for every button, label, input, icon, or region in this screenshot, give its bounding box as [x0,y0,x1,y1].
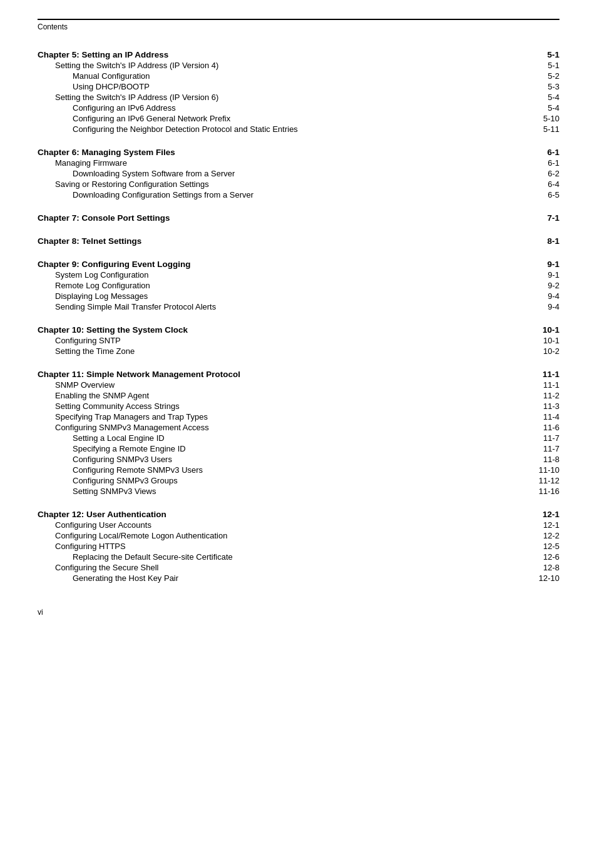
chapter-title-text-3: Chapter 8: Telnet Settings [38,236,522,246]
chapter-title-text-6: Chapter 11: Simple Network Management Pr… [38,370,522,379]
chapter-title-row-5: Chapter 10: Setting the System Clock10-1 [38,325,559,335]
toc-entry-text-0-0: Setting the Switch's IP Address (IP Vers… [38,61,522,70]
toc-entry-5-0: Configuring SNTP10-1 [38,336,559,345]
toc-entry-0-4: Configuring an IPv6 Address5-4 [38,103,559,113]
toc-entry-page-0-2: 5-3 [522,82,559,91]
chapter-title-row-0: Chapter 5: Setting an IP Address5-1 [38,50,559,59]
toc-entry-text-6-3: Specifying Trap Managers and Trap Types [38,412,522,421]
toc-entry-page-6-7: 11-8 [522,455,559,464]
toc-entry-1-3: Downloading Configuration Settings from … [38,190,559,199]
chapter-title-text-2: Chapter 7: Console Port Settings [38,213,522,223]
toc-entry-text-4-2: Displaying Log Messages [38,291,522,301]
toc-entry-text-7-2: Configuring HTTPS [38,542,522,551]
toc-entry-text-1-1: Downloading System Software from a Serve… [38,169,522,178]
toc-entry-page-0-0: 5-1 [522,61,559,70]
toc-entry-text-4-0: System Log Configuration [38,270,522,280]
toc-entry-page-7-0: 12-1 [522,520,559,530]
toc-entry-0-5: Configuring an IPv6 General Network Pref… [38,114,559,123]
toc-entry-page-1-0: 6-1 [522,158,559,168]
toc-entry-7-1: Configuring Local/Remote Logon Authentic… [38,531,559,540]
toc-entry-page-6-1: 11-2 [522,391,559,400]
chapter-title-row-3: Chapter 8: Telnet Settings8-1 [38,236,559,246]
chapter-section-11: Chapter 11: Simple Network Management Pr… [38,370,559,496]
toc-entry-text-6-1: Enabling the SNMP Agent [38,391,522,400]
toc-entry-6-8: Configuring Remote SNMPv3 Users11-10 [38,465,559,475]
toc-entry-text-5-0: Configuring SNTP [38,336,522,345]
chapter-section-6: Chapter 6: Managing System Files6-1Manag… [38,148,559,199]
toc-entry-1-1: Downloading System Software from a Serve… [38,169,559,178]
toc-entry-6-3: Specifying Trap Managers and Trap Types1… [38,412,559,421]
toc-entry-page-0-4: 5-4 [522,103,559,113]
toc-entry-5-1: Setting the Time Zone10-2 [38,346,559,356]
toc-entry-6-7: Configuring SNMPv3 Users11-8 [38,455,559,464]
toc-entry-text-6-4: Configuring SNMPv3 Management Access [38,423,522,432]
toc-entry-6-0: SNMP Overview11-1 [38,380,559,390]
chapter-title-page-6: 11-1 [522,370,559,379]
toc-entry-page-6-2: 11-3 [522,401,559,411]
toc-entry-text-4-3: Sending Simple Mail Transfer Protocol Al… [38,302,522,311]
toc-entry-6-1: Enabling the SNMP Agent11-2 [38,391,559,400]
chapter-title-text-7: Chapter 12: User Authentication [38,510,522,519]
toc-entry-text-0-3: Setting the Switch's IP Address (IP Vers… [38,93,522,102]
chapter-title-row-7: Chapter 12: User Authentication12-1 [38,510,559,519]
chapter-section-10: Chapter 10: Setting the System Clock10-1… [38,325,559,356]
toc-entry-7-4: Configuring the Secure Shell12-8 [38,563,559,572]
toc-entry-4-2: Displaying Log Messages9-4 [38,291,559,301]
toc-entry-1-2: Saving or Restoring Configuration Settin… [38,179,559,189]
toc-entry-text-6-0: SNMP Overview [38,380,522,390]
toc-entry-4-3: Sending Simple Mail Transfer Protocol Al… [38,302,559,311]
toc-entry-0-1: Manual Configuration5-2 [38,71,559,81]
toc-entry-page-6-0: 11-1 [522,380,559,390]
toc-entry-6-10: Setting SNMPv3 Views11-16 [38,487,559,496]
toc-entry-page-6-3: 11-4 [522,412,559,421]
chapter-section-5: Chapter 5: Setting an IP Address5-1Setti… [38,50,559,134]
chapter-title-row-6: Chapter 11: Simple Network Management Pr… [38,370,559,379]
toc-entry-0-0: Setting the Switch's IP Address (IP Vers… [38,61,559,70]
toc-entry-page-7-3: 12-6 [522,552,559,562]
toc-entry-page-6-10: 11-16 [522,487,559,496]
toc-entry-page-7-1: 12-2 [522,531,559,540]
toc-entry-text-6-9: Configuring SNMPv3 Groups [38,476,522,485]
toc-entry-0-6: Configuring the Neighbor Detection Proto… [38,124,559,134]
toc-entry-text-1-2: Saving or Restoring Configuration Settin… [38,179,522,189]
toc-entry-page-6-9: 11-12 [522,476,559,485]
chapter-title-page-2: 7-1 [522,213,559,223]
chapter-section-12: Chapter 12: User Authentication12-1Confi… [38,510,559,583]
toc-entry-text-7-3: Replacing the Default Secure-site Certif… [38,552,522,562]
toc-entry-0-3: Setting the Switch's IP Address (IP Vers… [38,93,559,102]
toc-entry-text-0-2: Using DHCP/BOOTP [38,82,522,91]
toc-entry-text-6-10: Setting SNMPv3 Views [38,487,522,496]
toc-entry-page-7-4: 12-8 [522,563,559,572]
toc-entry-text-0-4: Configuring an IPv6 Address [38,103,522,113]
toc-entry-text-4-1: Remote Log Configuration [38,281,522,290]
toc-entry-text-7-5: Generating the Host Key Pair [38,573,522,583]
toc-entry-page-6-5: 11-7 [522,433,559,443]
chapter-title-row-2: Chapter 7: Console Port Settings7-1 [38,213,559,223]
toc-entry-text-6-2: Setting Community Access Strings [38,401,522,411]
toc-entry-4-1: Remote Log Configuration9-2 [38,281,559,290]
toc-entry-text-1-3: Downloading Configuration Settings from … [38,190,522,199]
toc-container: Chapter 5: Setting an IP Address5-1Setti… [38,50,559,583]
chapter-title-text-0: Chapter 5: Setting an IP Address [38,50,522,59]
toc-entry-text-1-0: Managing Firmware [38,158,522,168]
chapter-section-9: Chapter 9: Configuring Event Logging9-1S… [38,260,559,311]
footer: vi [38,608,559,617]
toc-entry-text-6-8: Configuring Remote SNMPv3 Users [38,465,522,475]
toc-entry-6-4: Configuring SNMPv3 Management Access11-6 [38,423,559,432]
toc-entry-page-6-6: 11-7 [522,444,559,453]
toc-entry-page-4-3: 9-4 [522,302,559,311]
toc-entry-page-0-3: 5-4 [522,93,559,102]
chapter-title-page-3: 8-1 [522,236,559,246]
toc-entry-text-0-1: Manual Configuration [38,71,522,81]
header-bar: Contents [38,19,559,31]
toc-entry-page-1-2: 6-4 [522,179,559,189]
toc-entry-page-4-0: 9-1 [522,270,559,280]
toc-entry-page-6-4: 11-6 [522,423,559,432]
toc-entry-4-0: System Log Configuration9-1 [38,270,559,280]
toc-entry-0-2: Using DHCP/BOOTP5-3 [38,82,559,91]
toc-entry-page-7-2: 12-5 [522,542,559,551]
toc-entry-text-6-5: Setting a Local Engine ID [38,433,522,443]
toc-entry-text-6-7: Configuring SNMPv3 Users [38,455,522,464]
toc-entry-text-6-6: Specifying a Remote Engine ID [38,444,522,453]
toc-entry-text-7-4: Configuring the Secure Shell [38,563,522,572]
